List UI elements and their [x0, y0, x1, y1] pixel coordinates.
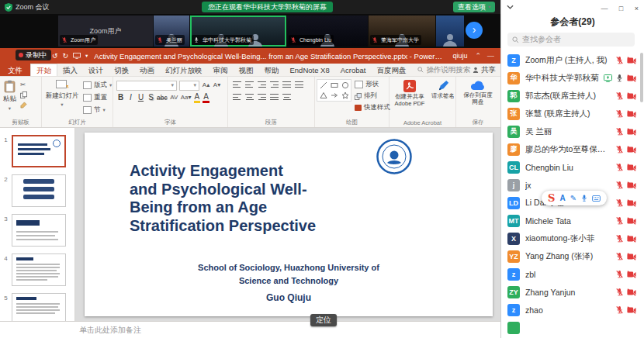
bold-button[interactable]: B [116, 92, 125, 103]
view-options-dropdown[interactable]: 查看选项 ▾ [453, 2, 495, 12]
participant-row[interactable]: ZZoom用户 (主持人, 我) [501, 51, 642, 69]
camera-off-icon[interactable] [627, 235, 636, 243]
font-name-select[interactable]: ▾ [116, 81, 177, 91]
participant-row[interactable]: Xxiaomutong-张小菲 [501, 229, 642, 247]
sogou-logo-icon[interactable]: S [548, 192, 555, 204]
shrink-font-button[interactable]: A▾ [213, 80, 221, 91]
ribbon-tab-5[interactable]: 切换 [109, 64, 134, 76]
underline-button[interactable]: U [137, 92, 145, 103]
participant-row[interactable]: 廖廖总的华为to至尊保价捷机中王 [501, 140, 642, 158]
camera-off-icon[interactable] [627, 164, 636, 171]
shape-triangle-icon[interactable] [318, 91, 328, 100]
ribbon-tab-10[interactable]: 帮助 [259, 64, 285, 76]
quick-styles-button[interactable]: 快速样式 [355, 103, 390, 112]
font-color-button[interactable]: A [203, 92, 209, 103]
undo-icon[interactable]: ↺ [52, 52, 58, 60]
chevron-down-icon[interactable] [507, 5, 514, 9]
mic-muted-icon[interactable] [616, 56, 623, 64]
tell-me-search[interactable]: 操作说明搜索 [417, 64, 470, 76]
columns-icon[interactable] [282, 94, 291, 100]
italic-button[interactable]: I [126, 92, 135, 103]
participant-row[interactable]: YZYang Zhang (张泽) [501, 247, 642, 265]
participant-row[interactable]: ZYZhang Yanjun [501, 283, 642, 301]
video-tile[interactable]: 吴兰丽 [154, 16, 189, 47]
camera-off-icon[interactable] [627, 181, 636, 189]
request-signature-button[interactable]: 请求签名 [428, 79, 458, 101]
camera-off-icon[interactable] [627, 128, 636, 136]
ribbon-tab-4[interactable]: 设计 [83, 64, 109, 76]
align-center-icon[interactable] [245, 94, 254, 100]
slideshow-icon[interactable] [73, 53, 81, 59]
numbering-icon[interactable] [245, 81, 254, 88]
minimize-button[interactable]: — [601, 5, 608, 12]
slide[interactable]: Activity Engagementand Psychological Wel… [85, 133, 493, 316]
line-spacing-icon[interactable] [282, 81, 291, 88]
camera-off-icon[interactable] [627, 253, 636, 260]
text-shadow-button[interactable]: S [147, 92, 155, 103]
text-mode-icon[interactable]: A [559, 194, 565, 202]
align-left-icon[interactable] [233, 94, 241, 100]
sogou-input-toolbar[interactable]: S A ✎ [542, 191, 607, 205]
ribbon-tab-3[interactable]: 插入 [57, 64, 83, 76]
ribbon-tab-13[interactable]: 百度网盘 [371, 64, 411, 76]
video-tile[interactable]: Zoom用户Zoom用户 [58, 16, 153, 47]
slide-thumbnail-1[interactable]: 1 [0, 135, 71, 167]
ribbon-tab-12[interactable]: Acrobat [335, 64, 372, 76]
notes-area[interactable]: 单击此处添加备注 [0, 321, 500, 338]
layout-button[interactable]: 版式▾ [83, 81, 112, 90]
mic-muted-icon[interactable] [616, 288, 623, 296]
shape-circle-icon[interactable] [340, 81, 350, 90]
close-button[interactable]: × [635, 5, 639, 12]
video-tile[interactable]: 董海军中南大学 [369, 16, 435, 47]
paste-button[interactable]: 粘贴 ▾ [2, 79, 18, 112]
voice-input-icon[interactable] [581, 194, 587, 202]
participant-row[interactable] [501, 319, 642, 336]
video-tile[interactable] [436, 16, 464, 47]
minimize-icon[interactable]: — [487, 52, 494, 60]
mic-muted-icon[interactable] [616, 270, 623, 278]
new-slide-button[interactable]: 新建幻灯片 ▾ [43, 79, 81, 109]
increase-indent-icon[interactable] [270, 81, 279, 88]
participant-row[interactable]: 吴吴 兰丽 [501, 122, 642, 140]
camera-off-icon[interactable] [627, 199, 636, 207]
change-case-button[interactable]: Aa▾ [181, 92, 192, 103]
security-shield-icon[interactable] [5, 3, 12, 12]
ribbon-tab-2[interactable]: 开始 [30, 64, 57, 76]
mic-muted-icon[interactable] [616, 198, 623, 207]
ribbon-tab-11[interactable]: EndNote X8 [285, 64, 335, 76]
bullets-icon[interactable] [233, 81, 241, 88]
video-tile[interactable]: 华中科技大学郭秋菊 [190, 16, 286, 47]
camera-off-icon[interactable] [627, 306, 636, 314]
mic-muted-icon[interactable] [616, 91, 623, 100]
shape-arrow-icon[interactable] [329, 91, 339, 100]
align-right-icon[interactable] [258, 94, 266, 100]
camera-off-icon[interactable] [627, 288, 636, 296]
format-painter-icon[interactable] [20, 102, 27, 109]
next-videos-button[interactable]: › [466, 22, 483, 39]
slide-thumbnail-5[interactable]: 5 [0, 293, 71, 321]
mic-muted-icon[interactable] [616, 109, 623, 118]
screen-share-icon[interactable] [604, 74, 612, 82]
arrange-button[interactable]: 排列 [355, 91, 390, 101]
camera-off-icon[interactable] [627, 217, 636, 225]
font-size-select[interactable]: ▾ [179, 81, 199, 91]
mic-muted-icon[interactable] [616, 234, 623, 243]
camera-off-icon[interactable] [627, 110, 636, 118]
ribbon-tab-9[interactable]: 视图 [234, 64, 259, 76]
maximize-button[interactable]: □ [619, 5, 623, 12]
mic-muted-icon[interactable] [616, 252, 623, 260]
ribbon-tab-1[interactable]: 文件 [0, 64, 30, 76]
ribbon-display-icon[interactable]: ⌃ [475, 52, 481, 60]
mic-on-icon[interactable] [616, 74, 623, 82]
camera-off-icon[interactable] [627, 74, 636, 82]
slide-thumbnail-2[interactable]: 2 [0, 174, 71, 207]
shape-star-icon[interactable] [340, 91, 350, 100]
customize-qat-icon[interactable]: ▾ [85, 53, 88, 59]
create-share-pdf-button[interactable]: 创建并共享 Adobe PDF [391, 79, 428, 108]
participant-row[interactable]: 郭郭志杰(联席主持人) [501, 87, 642, 105]
save-to-baidu-button[interactable]: 保存到百度网盘 [458, 79, 498, 106]
ribbon-tab-6[interactable]: 动画 [134, 64, 160, 76]
participant-row[interactable]: 张张慧 (联席主持人) [501, 105, 642, 122]
mic-muted-icon[interactable] [616, 305, 623, 314]
participant-row[interactable]: zzhao [501, 301, 642, 319]
